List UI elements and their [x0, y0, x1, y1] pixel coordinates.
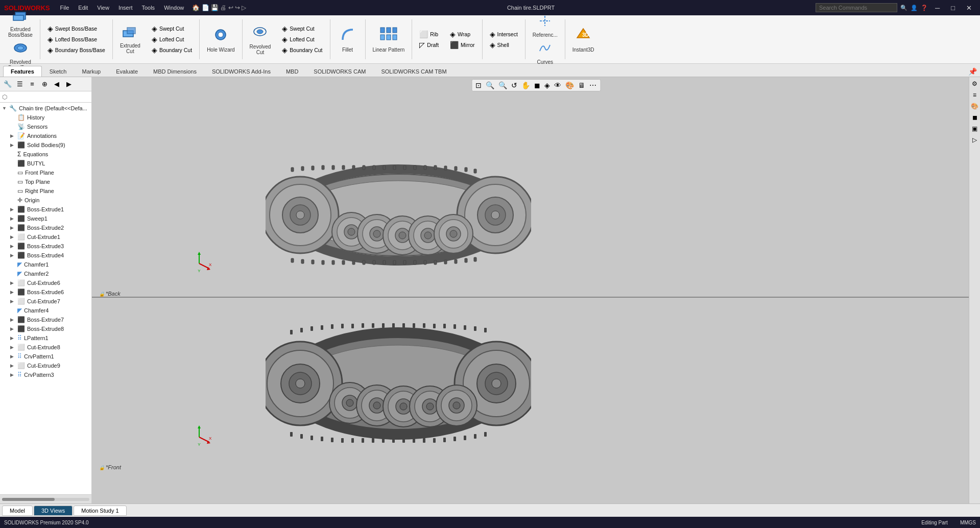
tree-item-right-plane[interactable]: ▭ Right Plane [0, 186, 91, 196]
menu-file[interactable]: File [56, 4, 74, 12]
close-button[interactable]: ✕ [962, 3, 976, 13]
right-btn-5[interactable]: ▣ [970, 124, 979, 133]
tree-item-origin[interactable]: ✛ Origin [0, 196, 91, 205]
tree-item-butyl[interactable]: ⬛ BUTYL [0, 159, 91, 168]
right-btn-2[interactable]: ≡ [970, 90, 979, 100]
boundary-cut-button[interactable]: ◈ Boundary Cut [149, 45, 195, 55]
3d-views-tab[interactable]: 3D Views [34, 506, 73, 516]
scene-btn[interactable]: 🖥 [577, 81, 587, 90]
draft-button[interactable]: ◸ Draft [416, 40, 442, 50]
tab-markup[interactable]: Markup [75, 66, 109, 77]
instant3d-button[interactable]: 3D Instant3D [569, 25, 597, 54]
tree-item-crvpattern1[interactable]: ▶ ⠿ CrvPattern1 [0, 352, 91, 361]
boundary-boss-base-button[interactable]: ◈ Boundary Boss/Base [44, 45, 108, 55]
viewport[interactable]: ⊡ 🔍 🔍 ↺ ✋ ◼ ◈ 👁 🎨 🖥 ⋯ 🔒*Back 🔒*Front [92, 77, 980, 503]
reference-button[interactable]: Referenc... [530, 12, 561, 39]
tree-item-cut-extrude1[interactable]: ▶ ⬜ Cut-Extrude1 [0, 232, 91, 242]
hole-wizard-button[interactable]: Hole Wizard [204, 25, 237, 54]
tab-evaluate[interactable]: Evaluate [108, 66, 146, 77]
tab-solidworks-cam-tbm[interactable]: SOLIDWORKS CAM TBM [373, 66, 454, 77]
tree-item-top-plane[interactable]: ▭ Top Plane [0, 177, 91, 186]
maximize-button[interactable]: □ [947, 3, 959, 13]
zoom-in-btn[interactable]: 🔍 [484, 81, 496, 90]
shell-button[interactable]: ◈ Shell [487, 40, 521, 50]
motion-study-tab[interactable]: Motion Study 1 [74, 506, 126, 516]
swept-cut-button[interactable]: ◈ Swept Cut [149, 23, 195, 34]
tree-item-chamfer2[interactable]: ◤ Chamfer2 [0, 269, 91, 278]
tree-item-boss-extrude7[interactable]: ▶ ⬛ Boss-Extrude7 [0, 315, 91, 324]
sidebar-list-view[interactable]: ☰ [14, 79, 26, 90]
tree-item-annotations[interactable]: ▶ 📝 Annotations [0, 131, 91, 140]
intersect-button[interactable]: ◈ Intersect [487, 29, 521, 39]
tree-item-cut-extrude8[interactable]: ▶ ⬜ Cut-Extrude8 [0, 343, 91, 352]
tab-solidworks-cam[interactable]: SOLIDWORKS CAM [306, 66, 373, 77]
tab-mbd[interactable]: MBD [278, 66, 306, 77]
tree-item-cut-extrude7[interactable]: ▶ ⬜ Cut-Extrude7 [0, 297, 91, 306]
extruded-boss-base-button[interactable]: ExtrudedBoss/Base [5, 7, 36, 39]
minimize-button[interactable]: ─ [931, 3, 944, 13]
tab-solidworks-addins[interactable]: SOLIDWORKS Add-Ins [204, 66, 278, 77]
menu-edit[interactable]: Edit [74, 4, 92, 12]
tree-item-chamfer1[interactable]: ◤ Chamfer1 [0, 260, 91, 269]
tree-item-boss-extrude8[interactable]: ▶ ⬛ Boss-Extrude8 [0, 324, 91, 333]
tree-item-boss-extrude3[interactable]: ▶ ⬛ Boss-Extrude3 [0, 242, 91, 251]
search-commands-input[interactable] [816, 3, 897, 12]
revolved-cut-button[interactable]: RevolvedCut [247, 22, 274, 57]
lofted-cut2-button[interactable]: ◈ Lofted Cut [279, 34, 325, 44]
tree-item-boss-extrude4[interactable]: ▶ ⬛ Boss-Extrude4 [0, 251, 91, 260]
lofted-boss-base-button[interactable]: ◈ Lofted Boss/Base [44, 34, 108, 44]
wrap-button[interactable]: ◈ Wrap [447, 29, 477, 39]
tree-item-cut-extrude9[interactable]: ▶ ⬜ Cut-Extrude9 [0, 361, 91, 370]
right-btn-1[interactable]: ⚙ [970, 79, 979, 88]
right-btn-3[interactable]: 🎨 [970, 102, 979, 111]
tree-item-sensors[interactable]: 📡 Sensors [0, 122, 91, 131]
boundary-cut2-button[interactable]: ◈ Boundary Cut [279, 45, 325, 55]
model-tab[interactable]: Model [2, 506, 33, 516]
right-btn-6[interactable]: ▷ [970, 135, 979, 145]
rib-button[interactable]: ⬜ Rib [416, 29, 442, 39]
swept-cut2-button[interactable]: ◈ Swept Cut [279, 23, 325, 34]
menu-tools[interactable]: Tools [137, 4, 159, 12]
display-style-btn[interactable]: ◈ [543, 81, 552, 90]
menu-insert[interactable]: Insert [114, 4, 137, 12]
tree-item-solid-bodies[interactable]: ▶ ⬛ Solid Bodies(9) [0, 140, 91, 150]
sidebar-scrollbar[interactable] [0, 494, 91, 503]
swept-boss-base-button[interactable]: ◈ Swept Boss/Base [44, 23, 108, 34]
mirror-button[interactable]: ⬛ Mirror [447, 40, 477, 50]
zoom-to-fit-btn[interactable]: ⊡ [474, 81, 483, 90]
more-btn[interactable]: ⋯ [588, 81, 598, 90]
sidebar-select-tool[interactable]: 🔧 [2, 79, 13, 90]
lofted-cut-button[interactable]: ◈ Lofted Cut [149, 34, 195, 44]
tab-features[interactable]: Features [3, 66, 42, 77]
tab-sketch[interactable]: Sketch [42, 66, 75, 77]
pan-btn[interactable]: ✋ [520, 81, 532, 90]
tree-item-boss-extrude2[interactable]: ▶ ⬛ Boss-Extrude2 [0, 223, 91, 232]
view-options-btn[interactable]: ◼ [533, 81, 542, 90]
tab-mbd-dimensions[interactable]: MBD Dimensions [146, 66, 204, 77]
right-btn-4[interactable]: ◼ [970, 113, 979, 122]
tree-item-chamfer4[interactable]: ◤ Chamfer4 [0, 306, 91, 315]
tree-item-lpattern1[interactable]: ▶ ⠿ LPattern1 [0, 333, 91, 343]
linear-pattern-button[interactable]: Linear Pattern [370, 25, 408, 54]
curves-button[interactable]: Curves [532, 39, 558, 66]
menu-view[interactable]: View [93, 4, 113, 12]
tree-item-cut-extrude6[interactable]: ▶ ⬜ Cut-Extrude6 [0, 278, 91, 287]
tab-pin-icon[interactable]: 📌 [965, 66, 980, 77]
fillet-button[interactable]: Fillet [335, 25, 361, 54]
rotate-btn[interactable]: ↺ [510, 81, 519, 90]
tree-item-crvpattern3[interactable]: ▶ ⠿ CrvPattern3 [0, 370, 91, 379]
tree-item-history[interactable]: 📋 History [0, 113, 91, 122]
tree-item-equations[interactable]: Σ Equations [0, 150, 91, 159]
sidebar-forward-btn[interactable]: ▶ [63, 79, 75, 90]
tree-item-boss-extrude6[interactable]: ▶ ⬛ Boss-Extrude6 [0, 287, 91, 297]
zoom-out-btn[interactable]: 🔍 [497, 81, 509, 90]
menu-window[interactable]: Window [160, 4, 188, 12]
appearance-btn[interactable]: 🎨 [564, 81, 576, 90]
sidebar-collapse-all[interactable]: ⊕ [39, 79, 50, 90]
sidebar-properties-view[interactable]: ≡ [27, 79, 38, 90]
tree-item-front-plane[interactable]: ▭ Front Plane [0, 168, 91, 177]
extruded-cut-button[interactable]: ExtrudedCut [117, 23, 144, 56]
tree-item-sweep1[interactable]: ▶ ⬛ Sweep1 [0, 214, 91, 223]
hide-show-btn[interactable]: 👁 [553, 81, 563, 90]
tree-item-root[interactable]: ▼ 🔧 Chain tire (Default<<Defa... [0, 104, 91, 113]
